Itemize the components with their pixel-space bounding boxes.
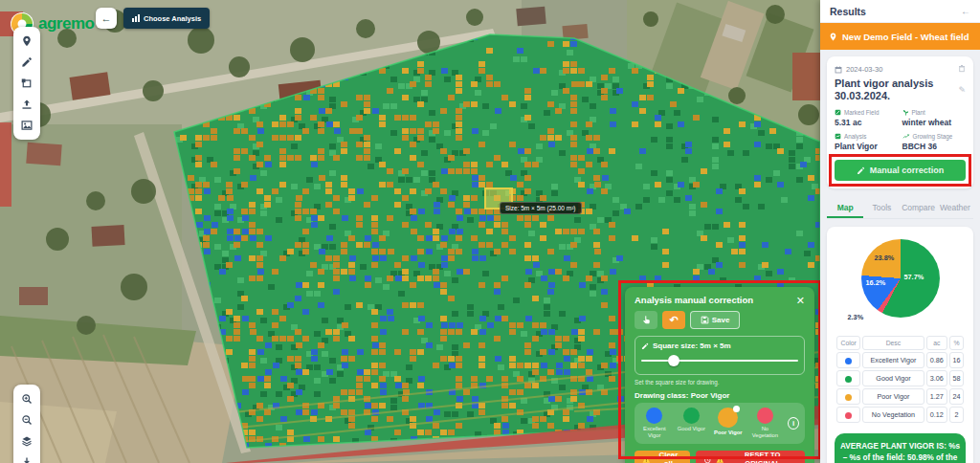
logo-wordmark: agremo bbox=[38, 14, 94, 33]
table-row: Poor Vigor1.2724 bbox=[836, 388, 964, 405]
zoom-out-icon bbox=[21, 414, 33, 426]
location-marker-icon bbox=[829, 32, 837, 42]
analysis-icon bbox=[835, 133, 841, 140]
class-poor-vigor[interactable]: Poor Vigor bbox=[714, 408, 743, 436]
sidebar-tabs: Map Tools Compare Weather bbox=[827, 198, 973, 219]
slider-hint: Set the square size for drawing. bbox=[635, 379, 805, 386]
draw-polygon-button[interactable] bbox=[16, 73, 37, 94]
col-pct: % bbox=[949, 336, 964, 350]
table-row: No Vegetation0.122 bbox=[836, 407, 964, 423]
pie-label-good-vigor: 57.7% bbox=[904, 273, 924, 281]
slider-track bbox=[641, 360, 798, 362]
map-zoom-toolbar bbox=[13, 385, 40, 463]
drawing-class-picker: Excellent Vigor Good Vigor Poor Vigor No… bbox=[635, 403, 805, 444]
app-window: Size: 5m × 5m (25.00 m²) agremo ← Choose… bbox=[0, 0, 980, 463]
vigor-pie-chart: 57.7% 2.3% 16.2% 23.8% bbox=[847, 234, 954, 326]
map-draw-toolbar bbox=[13, 27, 40, 140]
image-layer-button[interactable] bbox=[16, 115, 37, 136]
col-color: Color bbox=[836, 336, 860, 350]
field-banner[interactable]: New Demo Field - Wheat field bbox=[820, 23, 980, 50]
hand-pointer-icon bbox=[641, 315, 652, 325]
save-label: Save bbox=[712, 316, 730, 324]
class-color-dot bbox=[646, 408, 662, 424]
zoom-in-button[interactable] bbox=[16, 388, 37, 409]
class-excellent-vigor[interactable]: Excellent Vigor bbox=[640, 408, 669, 439]
plant-icon bbox=[902, 109, 909, 116]
square-size-slider[interactable] bbox=[641, 355, 798, 366]
pencil-icon bbox=[21, 56, 33, 68]
location-marker-button[interactable] bbox=[16, 31, 37, 52]
tab-weather[interactable]: Weather bbox=[937, 198, 973, 218]
trash-icon bbox=[958, 64, 966, 73]
clear-all-button[interactable]: Clear all bbox=[635, 451, 690, 463]
vigor-table: Color Desc ac % Excellent Vigor0.8616 bbox=[835, 334, 966, 425]
field-banner-label: New Demo Field - Wheat field bbox=[842, 32, 969, 42]
close-icon[interactable]: ✕ bbox=[796, 296, 805, 305]
pencil-icon bbox=[857, 166, 865, 175]
polygon-icon bbox=[21, 77, 33, 89]
tab-compare[interactable]: Compare bbox=[901, 198, 937, 218]
results-card: 57.7% 2.3% 16.2% 23.8% Color Desc ac % bbox=[827, 227, 973, 463]
zoom-out-button[interactable] bbox=[16, 409, 37, 430]
calendar-icon bbox=[835, 66, 842, 74]
drawing-class-label: Drawing class: Poor Vigor bbox=[635, 391, 805, 400]
manual-correction-button[interactable]: Manual correction bbox=[835, 160, 966, 181]
choose-analysis-button[interactable]: Choose Analysis bbox=[123, 8, 210, 29]
color-dot bbox=[845, 394, 852, 401]
tab-map[interactable]: Map bbox=[827, 198, 863, 218]
manual-correction-panel: Analysis manual correction ✕ ↶ Save Squa… bbox=[625, 287, 814, 463]
info-icon[interactable]: i bbox=[788, 417, 799, 430]
table-row: Good Vigor3.0658 bbox=[836, 370, 964, 386]
back-button[interactable]: ← bbox=[96, 8, 117, 29]
draw-pencil-button[interactable] bbox=[16, 52, 37, 73]
col-ac: ac bbox=[926, 336, 947, 350]
reset-to-original-button[interactable]: RESET TO ORIGINAL bbox=[696, 451, 805, 463]
analysis-card: 2024-03-30 Plant vigor analysis 30.03.20… bbox=[827, 56, 973, 188]
undo-icon: ↶ bbox=[669, 314, 678, 326]
upload-button[interactable] bbox=[16, 94, 37, 115]
class-color-dot bbox=[718, 408, 738, 428]
square-size-label: Square size: 5m × 5m bbox=[653, 342, 731, 350]
zoom-in-icon bbox=[21, 393, 33, 405]
history-clock-icon bbox=[703, 455, 712, 463]
color-dot bbox=[845, 412, 852, 419]
choose-analysis-label: Choose Analysis bbox=[144, 14, 201, 23]
upload-icon bbox=[21, 99, 33, 110]
download-map-button[interactable] bbox=[16, 452, 37, 463]
tab-tools[interactable]: Tools bbox=[863, 198, 900, 218]
detail-analysis: Analysis Plant Vigor bbox=[835, 133, 899, 151]
class-color-dot bbox=[683, 408, 700, 424]
class-color-dot bbox=[757, 408, 773, 424]
detail-plant: Plant winter wheat bbox=[902, 109, 967, 127]
results-sidebar: Results ← New Demo Field - Wheat field 2… bbox=[820, 0, 980, 463]
layers-icon bbox=[21, 435, 33, 447]
edit-analysis-button[interactable]: ✎ bbox=[958, 85, 966, 95]
detail-marked-field: Marked Field 5.31 ac bbox=[835, 109, 899, 127]
square-size-group: Square size: 5m × 5m bbox=[635, 336, 805, 375]
save-button[interactable]: Save bbox=[690, 311, 740, 329]
pie-label-poor-vigor: 23.8% bbox=[875, 254, 895, 262]
table-row: Excellent Vigor0.8616 bbox=[836, 352, 964, 368]
detail-growing-stage: Growing Stage BBCH 36 bbox=[902, 133, 967, 151]
class-good-vigor[interactable]: Good Vigor bbox=[678, 408, 706, 432]
pie-label-no-vegetation: 2.3% bbox=[848, 313, 864, 321]
delete-analysis-button[interactable] bbox=[958, 64, 966, 75]
growing-stage-icon bbox=[902, 133, 910, 140]
analysis-title: Plant vigor analysis 30.03.2024. bbox=[835, 77, 958, 102]
class-no-vegetation[interactable]: No Vegetation bbox=[751, 408, 780, 439]
layers-button[interactable] bbox=[16, 430, 37, 452]
reset-label: RESET TO ORIGINAL bbox=[727, 451, 797, 463]
col-desc: Desc bbox=[862, 336, 924, 350]
sidebar-title: Results bbox=[830, 6, 866, 17]
undo-button[interactable]: ↶ bbox=[662, 311, 685, 329]
slider-thumb[interactable] bbox=[668, 355, 679, 366]
field-icon bbox=[835, 109, 841, 116]
collapse-sidebar-icon[interactable]: ← bbox=[961, 6, 970, 16]
hand-tool-button[interactable] bbox=[635, 311, 657, 329]
warning-triangle-icon bbox=[642, 455, 651, 463]
panel-title: Analysis manual correction bbox=[635, 295, 753, 305]
color-dot bbox=[845, 358, 852, 364]
pie-label-excellent-vigor: 16.2% bbox=[866, 278, 886, 287]
size-tooltip: Size: 5m × 5m (25.00 m²) bbox=[500, 202, 582, 214]
analysis-date: 2024-03-30 bbox=[846, 65, 882, 74]
